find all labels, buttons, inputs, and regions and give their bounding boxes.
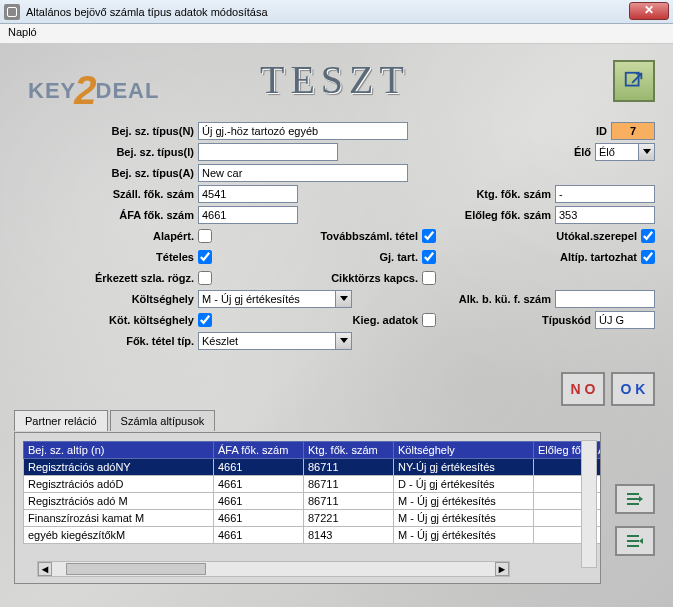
chk-utokal[interactable] — [641, 229, 655, 243]
lbl-tipuskod: Típuskód — [515, 314, 595, 326]
no-button[interactable]: N O — [561, 372, 605, 406]
lbl-szall: Száll. fők. szám — [18, 188, 198, 200]
tab-altipusok[interactable]: Számla altípusok — [110, 410, 216, 431]
scroll-right-icon[interactable]: ► — [495, 562, 509, 576]
input-ktg[interactable] — [555, 185, 655, 203]
lbl-bej-l: Bej. sz. típus(l) — [18, 146, 198, 158]
chk-alapert[interactable] — [198, 229, 212, 243]
input-bej-n[interactable] — [198, 122, 408, 140]
lbl-utokal: Utókal.szerepel — [521, 230, 641, 242]
lbl-eloleg: Előleg fők. szám — [405, 209, 555, 221]
col-bej-altip[interactable]: Bej. sz. altíp (n) — [24, 442, 214, 459]
lbl-alapert: Alapért. — [18, 230, 198, 242]
teszt-watermark: TESZT — [260, 56, 410, 103]
id-value: 7 — [611, 122, 655, 140]
arrow-right-icon — [625, 533, 645, 549]
input-bej-a[interactable] — [198, 164, 408, 182]
select-elo[interactable]: Élő — [595, 143, 655, 161]
chk-altip[interactable] — [641, 250, 655, 264]
chevron-down-icon — [638, 144, 654, 160]
dialog-buttons: N O O K — [561, 372, 655, 406]
table-row[interactable]: egyéb kiegészítőkM46618143M - Új gj érté… — [24, 527, 602, 544]
v-scrollbar[interactable] — [581, 440, 597, 568]
close-button[interactable]: ✕ — [629, 2, 669, 20]
lbl-ktg: Ktg. fők. szám — [405, 188, 555, 200]
brand-logo: KEY2DEAL — [28, 62, 159, 107]
arrow-left-icon — [625, 491, 645, 507]
chk-teteles[interactable] — [198, 250, 212, 264]
chk-kieg[interactable] — [422, 313, 436, 327]
tab-content: Bej. sz. altíp (n) ÁFA fők. szám Ktg. fő… — [14, 432, 601, 584]
lbl-teteles: Tételes — [18, 251, 198, 263]
select-foktetel[interactable]: Készlet — [198, 332, 352, 350]
lbl-cikk: Cikktörzs kapcs. — [272, 272, 422, 284]
input-eloleg[interactable] — [555, 206, 655, 224]
main-canvas: KEY2DEAL TESZT Bej. sz. típus(N) ID 7 Be… — [0, 44, 673, 607]
side-buttons — [615, 484, 655, 556]
lbl-kieg: Kieg. adatok — [272, 314, 422, 326]
col-koltseghely[interactable]: Költséghely — [394, 442, 534, 459]
table-row[interactable]: Regisztrációs adó M466186711M - Új gj ér… — [24, 493, 602, 510]
input-szall[interactable] — [198, 185, 298, 203]
export-button[interactable] — [613, 60, 655, 102]
titlebar: Altalános bejövő számla típus adatok mód… — [0, 0, 673, 24]
col-ktg[interactable]: Ktg. fők. szám — [304, 442, 394, 459]
window-title: Altalános bejövő számla típus adatok mód… — [26, 6, 268, 18]
input-tipuskod[interactable] — [595, 311, 655, 329]
lbl-foktetel: Fők. tétel típ. — [18, 335, 198, 347]
lbl-afa: ÁFA fők. szám — [18, 209, 198, 221]
menubar: Napló — [0, 24, 673, 44]
lbl-kotkolt: Köt. költséghely — [18, 314, 198, 326]
input-bej-l[interactable] — [198, 143, 338, 161]
altip-grid[interactable]: Bej. sz. altíp (n) ÁFA fők. szám Ktg. fő… — [23, 441, 601, 544]
chevron-down-icon — [335, 291, 351, 307]
chk-cikk[interactable] — [422, 271, 436, 285]
form-area: Bej. sz. típus(N) ID 7 Bej. sz. típus(l)… — [18, 120, 655, 351]
select-koltseghely[interactable]: M - Új gj értékesítés — [198, 290, 352, 308]
lbl-bej-a: Bej. sz. típus(A) — [18, 167, 198, 179]
export-icon — [623, 70, 645, 92]
scroll-left-icon[interactable]: ◄ — [38, 562, 52, 576]
tab-partner[interactable]: Partner reláció — [14, 410, 108, 431]
lbl-alk: Alk. b. kü. f. szám — [405, 293, 555, 305]
tabstrip: Partner reláció Számla altípusok — [14, 410, 217, 431]
chk-kotkolt[interactable] — [198, 313, 212, 327]
ok-button[interactable]: O K — [611, 372, 655, 406]
input-afa[interactable] — [198, 206, 298, 224]
lbl-erk: Érkezett szla. rögz. — [18, 272, 198, 284]
scroll-thumb[interactable] — [66, 563, 206, 575]
col-afa[interactable]: ÁFA fők. szám — [214, 442, 304, 459]
table-row[interactable]: Regisztrációs adóD466186711D - Új gj ért… — [24, 476, 602, 493]
menu-naplo[interactable]: Napló — [8, 26, 37, 38]
table-row[interactable]: Regisztrációs adóNY466186711NY-Új gj ért… — [24, 459, 602, 476]
chk-tovabb[interactable] — [422, 229, 436, 243]
move-out-button[interactable] — [615, 526, 655, 556]
table-row[interactable]: Finanszírozási kamat M466187221M - Új gj… — [24, 510, 602, 527]
input-alk[interactable] — [555, 290, 655, 308]
h-scrollbar[interactable]: ◄ ► — [37, 561, 510, 577]
lbl-bej-n: Bej. sz. típus(N) — [18, 125, 198, 137]
lbl-koltseghely: Költséghely — [18, 293, 198, 305]
lbl-gjtart: Gj. tart. — [272, 251, 422, 263]
chk-erk[interactable] — [198, 271, 212, 285]
chevron-down-icon — [335, 333, 351, 349]
move-in-button[interactable] — [615, 484, 655, 514]
chk-gjtart[interactable] — [422, 250, 436, 264]
lbl-altip: Altíp. tartozhat — [521, 251, 641, 263]
lbl-id: ID — [571, 125, 611, 137]
lbl-tovabb: Továbbszáml. tétel — [272, 230, 422, 242]
app-icon — [4, 4, 20, 20]
lbl-elo: Élő — [555, 146, 595, 158]
